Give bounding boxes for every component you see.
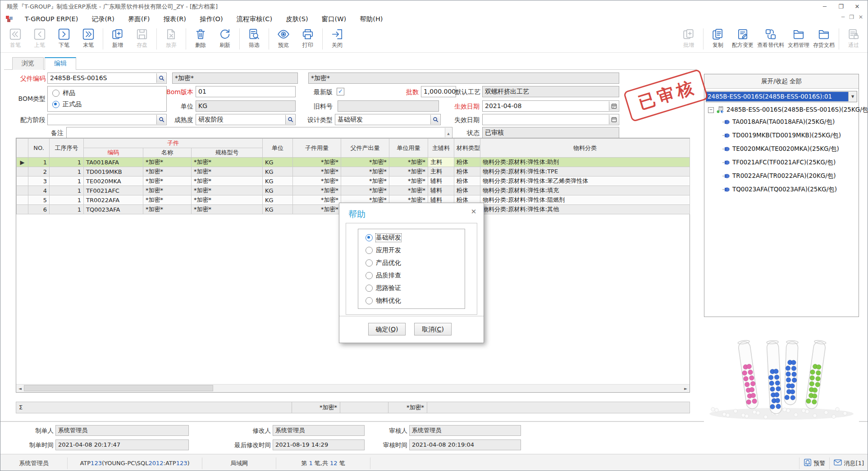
column-header[interactable]: 规格型号: [192, 148, 263, 158]
table-cell[interactable]: 1: [50, 186, 84, 195]
table-cell[interactable]: *加密*: [293, 167, 341, 177]
table-cell[interactable]: *加密*: [293, 158, 341, 167]
lookup-icon[interactable]: [156, 73, 166, 83]
table-cell[interactable]: TF0021AFC: [84, 186, 143, 195]
tree-item[interactable]: TF0021AFC(TF0021AFC)(25KG/包): [704, 156, 859, 169]
table-cell[interactable]: KG: [263, 205, 293, 214]
toolbar-button-filter[interactable]: 筛选: [242, 26, 266, 52]
row-indicator[interactable]: ▶: [17, 158, 28, 167]
dialog-close-icon[interactable]: ✕: [469, 208, 478, 216]
table-cell[interactable]: *加密*: [389, 186, 428, 195]
table-cell[interactable]: 1: [28, 158, 50, 167]
parent-code-field[interactable]: 2485B-ESS-0016S: [47, 72, 167, 84]
dialog-radio-应用开发[interactable]: 应用开发: [365, 246, 465, 254]
table-cell[interactable]: 物料分类:原材料:弹性体:填充: [480, 186, 690, 195]
tree-item[interactable]: TE0020MKA(TE0020MKA)(25KG/包): [704, 142, 859, 156]
table-cell[interactable]: *加密*: [143, 195, 192, 205]
toolbar-button-folder[interactable]: 文档管理: [786, 26, 811, 52]
dialog-radio-产品优化[interactable]: 产品优化: [365, 259, 465, 267]
scroll-right-icon[interactable]: ►: [682, 385, 690, 392]
table-cell[interactable]: *加密*: [192, 167, 263, 177]
tab-编辑[interactable]: 编辑: [45, 57, 76, 70]
tree-item[interactable]: TQ0023AFA(TQ0023AFA)(25KG/包): [704, 183, 859, 196]
table-cell[interactable]: TQ0023AFA: [84, 205, 143, 214]
table-cell[interactable]: KG: [263, 195, 293, 205]
table-cell[interactable]: KG: [263, 177, 293, 186]
table-cell[interactable]: TR0022AFA: [84, 195, 143, 205]
row-indicator-header[interactable]: [17, 139, 28, 158]
row-indicator[interactable]: [17, 195, 28, 205]
table-cell[interactable]: *加密*: [341, 177, 389, 186]
scrollbar-thumb[interactable]: [24, 385, 213, 391]
table-row[interactable]: ▶11TA0018AFA*加密**加密*KG*加密**加密**加密*主料粉体物料…: [17, 158, 690, 167]
column-header[interactable]: 物料分类: [480, 139, 690, 158]
table-cell[interactable]: 1: [50, 167, 84, 177]
chevron-down-icon[interactable]: ▼: [848, 92, 857, 101]
lookup-icon[interactable]: [430, 115, 440, 124]
design-type-field[interactable]: 基础研发: [335, 114, 441, 125]
toolbar-button-refresh[interactable]: 刷新: [213, 26, 237, 52]
menu-item[interactable]: T-GROUP ERP(E): [18, 13, 85, 26]
table-cell[interactable]: 粉体: [454, 186, 480, 195]
bom-version-field[interactable]: 01: [196, 86, 296, 97]
column-header[interactable]: NO.: [28, 139, 50, 158]
tree-item[interactable]: TA0018AFA(TA0018AFA)(25KG/包): [704, 115, 859, 129]
table-cell[interactable]: 2: [28, 167, 50, 177]
tree-item[interactable]: TD0019MKB(TD0019MKB)(25KG/包): [704, 129, 859, 142]
scrollbar-track[interactable]: [24, 385, 682, 392]
column-header[interactable]: 子件: [84, 139, 263, 148]
horizontal-scrollbar[interactable]: ◄ ►: [16, 384, 690, 392]
table-cell[interactable]: 物料分类:原材料:弹性体:其他: [480, 205, 690, 214]
tree-root-node[interactable]: − 2485B-ESS-0016S(2485B-ESS-0016S)(25KG/…: [704, 104, 859, 115]
table-cell[interactable]: KG: [263, 167, 293, 177]
table-cell[interactable]: 3: [28, 177, 50, 186]
toolbar-button-swap[interactable]: 查看替代料: [755, 26, 786, 52]
table-cell[interactable]: 1: [50, 195, 84, 205]
mdi-minimize-icon[interactable]: ─: [841, 14, 845, 20]
close-icon[interactable]: ✕: [850, 1, 865, 12]
mdi-restore-icon[interactable]: ❐: [849, 14, 854, 20]
table-cell[interactable]: 物料分类:原材料:弹性体:助剂: [480, 158, 690, 167]
table-cell[interactable]: *加密*: [192, 186, 263, 195]
table-cell[interactable]: 辅料: [428, 186, 454, 195]
table-cell[interactable]: KG: [263, 186, 293, 195]
table-cell[interactable]: 4: [28, 186, 50, 195]
column-header[interactable]: 编码: [84, 148, 143, 158]
column-header[interactable]: 工序序号: [50, 139, 84, 158]
table-cell[interactable]: 5: [28, 195, 50, 205]
table-cell[interactable]: 辅料: [428, 177, 454, 186]
table-cell[interactable]: *加密*: [389, 158, 428, 167]
column-header[interactable]: 单位: [263, 139, 293, 158]
menu-item[interactable]: 窗口(W): [315, 13, 353, 26]
table-cell[interactable]: *加密*: [389, 177, 428, 186]
table-cell[interactable]: *加密*: [143, 158, 192, 167]
table-cell[interactable]: TE0020MKA: [84, 177, 143, 186]
table-row[interactable]: 21TD0019MKB*加密**加密*KG*加密**加密**加密*主料粉体物料分…: [17, 167, 690, 177]
menu-item[interactable]: 记录(R): [85, 13, 121, 26]
collapse-icon[interactable]: −: [708, 107, 714, 113]
column-header[interactable]: 名称: [143, 148, 192, 158]
dialog-radio-物料优化[interactable]: 物料优化: [365, 297, 465, 305]
menu-item[interactable]: 皮肤(S): [279, 13, 315, 26]
scroll-left-icon[interactable]: ◄: [16, 385, 24, 392]
table-cell[interactable]: 粉体: [454, 177, 480, 186]
batch-field[interactable]: 1,000.000: [421, 86, 456, 97]
menu-item[interactable]: 操作(O): [193, 13, 230, 26]
table-cell[interactable]: *加密*: [192, 195, 263, 205]
table-cell[interactable]: 1: [50, 177, 84, 186]
table-cell[interactable]: 粉体: [454, 158, 480, 167]
calendar-icon[interactable]: [609, 101, 618, 111]
table-cell[interactable]: *加密*: [143, 205, 192, 214]
menu-item[interactable]: 流程审核(C): [230, 13, 279, 26]
dialog-radio-品质排查[interactable]: 品质排查: [365, 272, 465, 280]
radio-sample[interactable]: 样品: [52, 89, 75, 97]
latest-version-checkbox[interactable]: ✓: [337, 88, 344, 95]
toolbar-button-folder[interactable]: 存货文档: [811, 26, 836, 52]
menu-item[interactable]: 界面(F): [121, 13, 157, 26]
menu-item[interactable]: 报表(R): [156, 13, 192, 26]
table-cell[interactable]: *加密*: [143, 177, 192, 186]
row-indicator[interactable]: [17, 177, 28, 186]
expire-date-field[interactable]: [482, 114, 619, 125]
minimize-icon[interactable]: ─: [817, 1, 832, 12]
cancel-button[interactable]: 取消(C): [414, 323, 452, 335]
